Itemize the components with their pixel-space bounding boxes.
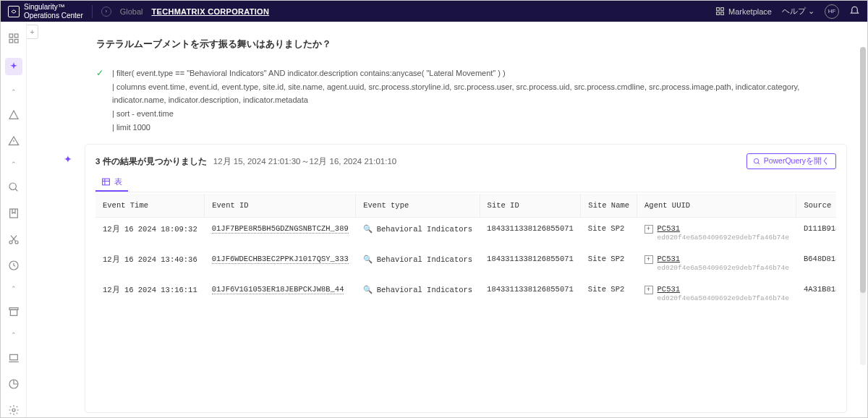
cell-siteid: 1843311338126855071 xyxy=(480,278,581,309)
agent-link[interactable]: PC531 xyxy=(658,224,789,233)
magnifier-icon[interactable]: 🔍 xyxy=(363,285,373,294)
help-menu[interactable]: ヘルプ ⌄ xyxy=(782,6,814,17)
search-icon[interactable] xyxy=(7,181,20,194)
table-row[interactable]: 12月 16 2024 13:16:11 01JF6V1G1053ER18JEB… xyxy=(95,278,836,309)
col-event-time[interactable]: Event Time xyxy=(95,194,205,218)
collapse-icon[interactable]: ⌃ xyxy=(11,161,17,168)
col-event-type[interactable]: Event type xyxy=(356,194,480,218)
settings-icon[interactable] xyxy=(7,404,20,417)
scrollbar[interactable] xyxy=(860,47,866,365)
col-event-id[interactable]: Event ID xyxy=(205,194,356,218)
check-icon: ✓ xyxy=(96,68,103,134)
query-block: ✓ | filter( event.type == "Behavioral In… xyxy=(96,67,847,134)
query-line: | filter( event.type == "Behavioral Indi… xyxy=(112,67,847,80)
cell-storyline: 4A31B8184A06E2F1 xyxy=(796,278,836,309)
svg-rect-15 xyxy=(10,310,17,315)
archive-icon[interactable] xyxy=(7,305,20,318)
results-table: Event Time Event ID Event type Site ID S… xyxy=(95,194,836,309)
cell-storyline: B648D8184A06E2F1 xyxy=(796,248,836,278)
notifications-icon[interactable] xyxy=(849,6,860,17)
bookmark-icon[interactable] xyxy=(7,207,20,220)
cell-sitename: Site SP2 xyxy=(581,218,637,249)
agent-uuid: ed020f4e6a50409692e9deb7fa46b74e xyxy=(658,234,789,242)
cell-sitename: Site SP2 xyxy=(581,248,637,278)
magnifier-icon[interactable]: 🔍 xyxy=(363,255,373,264)
svg-rect-0 xyxy=(717,8,720,11)
cell-time: 12月 16 2024 18:09:32 xyxy=(95,218,205,249)
svg-line-10 xyxy=(15,189,17,191)
sparkle-icon: ✦ xyxy=(64,153,72,165)
cut-icon[interactable] xyxy=(7,233,20,246)
expand-icon[interactable]: + xyxy=(644,255,653,264)
collapse-icon[interactable]: ⌃ xyxy=(11,285,17,292)
agent-link[interactable]: PC531 xyxy=(658,285,789,294)
collapse-icon[interactable]: ⌃ xyxy=(11,88,17,95)
scope-label[interactable]: Global xyxy=(120,7,143,16)
cell-sitename: Site SP2 xyxy=(581,278,637,309)
svg-line-21 xyxy=(758,163,760,164)
col-site-id[interactable]: Site ID xyxy=(480,194,581,218)
panel-expand-icon[interactable]: + xyxy=(27,25,38,39)
collapse-icon[interactable]: ⌃ xyxy=(11,331,17,338)
scope-chevron-icon[interactable]: › xyxy=(101,7,111,17)
product-logo[interactable]: Singularity™ Operations Center xyxy=(8,3,83,20)
svg-rect-11 xyxy=(9,209,17,218)
svg-rect-1 xyxy=(721,8,724,11)
query-line: | columns event.time, event.id, event.ty… xyxy=(112,80,847,107)
pie-icon[interactable] xyxy=(7,378,20,391)
svg-rect-3 xyxy=(721,12,724,15)
tenant-name[interactable]: TECHMATRIX CORPORATION xyxy=(152,7,270,16)
ai-icon[interactable] xyxy=(5,58,22,75)
col-storyline-id[interactable]: Source Process StoryLine ID xyxy=(796,194,836,218)
history-icon[interactable] xyxy=(7,259,20,272)
cell-type: Behavioral Indicators xyxy=(377,225,472,234)
magnifier-icon[interactable]: 🔍 xyxy=(363,224,373,234)
svg-rect-4 xyxy=(9,34,13,38)
query-line: | sort - event.time xyxy=(112,107,847,121)
col-site-name[interactable]: Site Name xyxy=(581,194,637,218)
agent-uuid: ed020f4e6a50409692e9deb7fa46b74e xyxy=(658,264,789,272)
cell-type: Behavioral Indicators xyxy=(377,255,472,264)
product-name-1: Singularity™ xyxy=(24,3,83,12)
cell-type: Behavioral Indicators xyxy=(377,286,472,294)
table-row[interactable]: 12月 16 2024 13:40:36 01JF6WDECHB3EC2PPKJ… xyxy=(95,248,836,278)
cell-siteid: 1843311338126855071 xyxy=(480,248,581,278)
svg-point-20 xyxy=(754,158,758,163)
agent-link[interactable]: PC531 xyxy=(658,255,789,263)
marketplace-link[interactable]: Marketplace xyxy=(715,7,772,16)
query-line: | limit 1000 xyxy=(112,121,847,135)
svg-rect-7 xyxy=(14,39,18,43)
top-bar: Singularity™ Operations Center › Global … xyxy=(1,1,867,22)
event-id-link[interactable]: 01JF7BPE8R5BH5GDZNGSNBTCZH_389 xyxy=(212,224,349,234)
warning-icon[interactable] xyxy=(7,135,20,148)
sidebar: ⌃ ⌃ ⌃ ⌃ xyxy=(1,22,27,417)
svg-rect-16 xyxy=(9,354,17,359)
svg-rect-2 xyxy=(717,12,720,15)
agent-uuid: ed020f4e6a50409692e9deb7fa46b74e xyxy=(658,294,789,302)
dashboard-icon[interactable] xyxy=(7,32,20,45)
question-title: ラテラルムーブメントを示す振る舞いはありましたか？ xyxy=(96,38,847,51)
expand-icon[interactable]: + xyxy=(644,286,653,294)
svg-rect-6 xyxy=(9,39,13,43)
open-powerquery-button[interactable]: PowerQueryを開く xyxy=(746,153,836,169)
cell-time: 12月 16 2024 13:16:11 xyxy=(95,278,205,309)
svg-rect-22 xyxy=(103,179,110,186)
svg-rect-5 xyxy=(14,34,18,38)
event-id-link[interactable]: 01JF6V1G1053ER18JEBPCKJW8B_44 xyxy=(212,285,344,294)
results-count: 3 件の結果が見つかりました xyxy=(95,157,207,166)
tab-table[interactable]: 表 xyxy=(95,174,128,192)
device-icon[interactable] xyxy=(7,351,20,364)
svg-point-19 xyxy=(12,409,15,411)
cell-time: 12月 16 2024 13:40:36 xyxy=(95,248,205,278)
cell-storyline: D111B9184A06E2F1 xyxy=(796,218,836,249)
col-agent-uuid[interactable]: Agent UUID xyxy=(637,194,796,218)
product-name-2: Operations Center xyxy=(24,12,83,20)
results-panel: ✦ 3 件の結果が見つかりました 12月 15, 2024 21:01:30～1… xyxy=(85,144,847,413)
cell-siteid: 1843311338126855071 xyxy=(480,218,581,249)
table-row[interactable]: 12月 16 2024 18:09:32 01JF7BPE8R5BH5GDZNG… xyxy=(95,218,836,249)
event-id-link[interactable]: 01JF6WDECHB3EC2PPKJ1017QSY_333 xyxy=(212,255,349,264)
avatar[interactable]: HF xyxy=(825,4,839,19)
alerts-icon[interactable] xyxy=(7,108,20,121)
svg-point-9 xyxy=(9,183,16,189)
expand-icon[interactable]: + xyxy=(644,225,653,234)
